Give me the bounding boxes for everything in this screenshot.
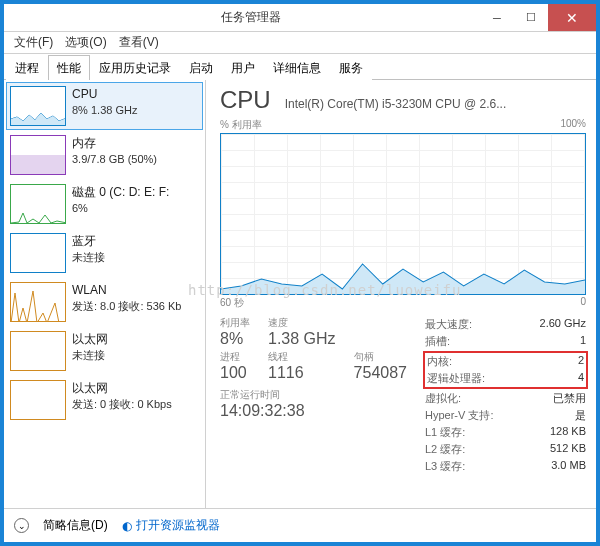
chart-ymax: 100%: [560, 118, 586, 132]
chart-xlabel: 60 秒: [220, 296, 244, 310]
handle-value: 754087: [354, 364, 407, 382]
sidebar-mem-sub: 3.9/7.8 GB (50%): [72, 152, 157, 167]
sidebar-item-bluetooth[interactable]: 蓝牙未连接: [6, 229, 203, 277]
maximize-button[interactable]: ☐: [514, 4, 548, 31]
titlebar: 任务管理器 ─ ☐ ✕: [4, 4, 596, 32]
resmon-icon: ◐: [122, 519, 132, 533]
tab-app-history[interactable]: 应用历史记录: [90, 55, 180, 80]
tab-startup[interactable]: 启动: [180, 55, 222, 80]
menu-view[interactable]: 查看(V): [113, 32, 165, 53]
tab-processes[interactable]: 进程: [6, 55, 48, 80]
speed-value: 1.38 GHz: [268, 330, 336, 348]
sockets-v: 1: [580, 334, 586, 349]
sidebar-disk-title: 磁盘 0 (C: D: E: F:: [72, 184, 169, 200]
tab-details[interactable]: 详细信息: [264, 55, 330, 80]
logical-k: 逻辑处理器:: [427, 371, 485, 386]
sidebar-eth1-sub: 未连接: [72, 348, 108, 363]
sidebar-cpu-title: CPU: [72, 86, 137, 102]
fewer-details-link[interactable]: 简略信息(D): [43, 517, 108, 534]
window-title: 任务管理器: [22, 9, 480, 26]
cores-v: 2: [578, 354, 584, 369]
cpu-model: Intel(R) Core(TM) i5-3230M CPU @ 2.6...: [285, 97, 586, 111]
tab-users[interactable]: 用户: [222, 55, 264, 80]
l3-v: 3.0 MB: [551, 459, 586, 474]
handle-label: 句柄: [354, 350, 407, 364]
sidebar-cpu-sub: 8% 1.38 GHz: [72, 103, 137, 118]
sidebar-item-disk[interactable]: 磁盘 0 (C: D: E: F:6%: [6, 180, 203, 228]
sidebar-mem-title: 内存: [72, 135, 157, 151]
maxspeed-k: 最大速度:: [425, 317, 472, 332]
virt-v: 已禁用: [553, 391, 586, 406]
l1-k: L1 缓存:: [425, 425, 465, 440]
minimize-button[interactable]: ─: [480, 4, 514, 31]
bluetooth-thumb-icon: [10, 233, 66, 273]
logical-v: 4: [578, 371, 584, 386]
highlight-box: 内核:2 逻辑处理器:4: [423, 351, 588, 389]
menubar: 文件(F) 选项(O) 查看(V): [4, 32, 596, 54]
sidebar-item-wlan[interactable]: WLAN发送: 8.0 接收: 536 Kb: [6, 278, 203, 326]
wlan-thumb-icon: [10, 282, 66, 322]
sidebar-eth2-sub: 发送: 0 接收: 0 Kbps: [72, 397, 172, 412]
uptime-value: 14:09:32:38: [220, 402, 407, 420]
sidebar-bt-sub: 未连接: [72, 250, 105, 265]
sidebar-bt-title: 蓝牙: [72, 233, 105, 249]
ethernet-thumb-icon: [10, 331, 66, 371]
sockets-k: 插槽:: [425, 334, 450, 349]
sidebar-eth1-title: 以太网: [72, 331, 108, 347]
cores-k: 内核:: [427, 354, 452, 369]
sidebar-item-ethernet2[interactable]: 以太网发送: 0 接收: 0 Kbps: [6, 376, 203, 424]
tab-services[interactable]: 服务: [330, 55, 372, 80]
hyperv-k: Hyper-V 支持:: [425, 408, 493, 423]
thread-label: 线程: [268, 350, 336, 364]
memory-thumb-icon: [10, 135, 66, 175]
footer: ⌄ 简略信息(D) ◐打开资源监视器: [4, 508, 596, 542]
thread-value: 1116: [268, 364, 336, 382]
sidebar-eth2-title: 以太网: [72, 380, 172, 396]
cpu-thumb-icon: [10, 86, 66, 126]
menu-options[interactable]: 选项(O): [59, 32, 112, 53]
sidebar-item-memory[interactable]: 内存3.9/7.8 GB (50%): [6, 131, 203, 179]
virt-k: 虚拟化:: [425, 391, 461, 406]
l2-k: L2 缓存:: [425, 442, 465, 457]
menu-file[interactable]: 文件(F): [8, 32, 59, 53]
chart-ylabel: % 利用率: [220, 118, 262, 132]
sidebar-wlan-sub: 发送: 8.0 接收: 536 Kb: [72, 299, 181, 314]
tab-bar: 进程 性能 应用历史记录 启动 用户 详细信息 服务: [4, 54, 596, 80]
l3-k: L3 缓存:: [425, 459, 465, 474]
proc-label: 进程: [220, 350, 250, 364]
util-value: 8%: [220, 330, 250, 348]
cpu-utilization-chart[interactable]: [220, 133, 586, 295]
chart-xzero: 0: [580, 296, 586, 310]
proc-value: 100: [220, 364, 250, 382]
hyperv-v: 是: [575, 408, 586, 423]
sidebar-item-ethernet1[interactable]: 以太网未连接: [6, 327, 203, 375]
close-button[interactable]: ✕: [548, 4, 596, 31]
uptime-label: 正常运行时间: [220, 388, 407, 402]
detail-panel: CPU Intel(R) Core(TM) i5-3230M CPU @ 2.6…: [206, 80, 596, 508]
maxspeed-v: 2.60 GHz: [540, 317, 586, 332]
sidebar-item-cpu[interactable]: CPU8% 1.38 GHz: [6, 82, 203, 130]
tab-performance[interactable]: 性能: [48, 55, 90, 80]
util-label: 利用率: [220, 316, 250, 330]
speed-label: 速度: [268, 316, 336, 330]
sidebar-disk-sub: 6%: [72, 201, 169, 216]
chevron-down-icon[interactable]: ⌄: [14, 518, 29, 533]
sidebar-wlan-title: WLAN: [72, 282, 181, 298]
ethernet-thumb-icon: [10, 380, 66, 420]
disk-thumb-icon: [10, 184, 66, 224]
l2-v: 512 KB: [550, 442, 586, 457]
l1-v: 128 KB: [550, 425, 586, 440]
sidebar: CPU8% 1.38 GHz 内存3.9/7.8 GB (50%) 磁盘 0 (…: [4, 80, 206, 508]
detail-title: CPU: [220, 86, 271, 114]
open-resmon-link[interactable]: ◐打开资源监视器: [122, 517, 220, 534]
